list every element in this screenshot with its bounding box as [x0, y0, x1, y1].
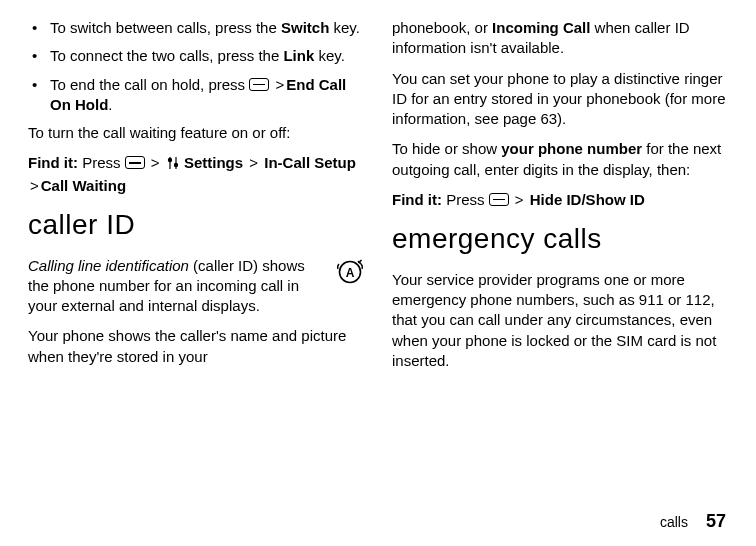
settings-label: Settings	[184, 154, 243, 171]
bullet-text: key.	[329, 19, 360, 36]
bullet-item: • To connect the two calls, press the Li…	[28, 46, 364, 66]
bullet-dot: •	[28, 18, 50, 38]
right-column: phonebook, or Incoming Call when caller …	[392, 18, 728, 498]
menu-key-icon	[125, 156, 145, 169]
bullet-text: To switch between calls, press the	[50, 19, 281, 36]
feature-a-icon: A	[336, 258, 364, 291]
bullet-item: • To end the call on hold, press >End Ca…	[28, 75, 364, 116]
gt-separator: >	[28, 177, 41, 194]
bullet-text: key.	[314, 47, 345, 64]
hide-show-id-label: Hide ID/Show ID	[530, 191, 645, 208]
continuation-para: phonebook, or Incoming Call when caller …	[392, 18, 728, 59]
menu-key-icon	[489, 193, 509, 206]
press-word: Press	[446, 191, 484, 208]
call-waiting-intro: To turn the call waiting feature on or o…	[28, 123, 364, 143]
caller-id-para1: A Calling line identification (caller ID…	[28, 256, 364, 317]
gt-separator: >	[273, 76, 286, 93]
caller-id-heading: caller ID	[28, 206, 364, 244]
svg-point-1	[174, 164, 177, 167]
press-word: Press	[82, 154, 120, 171]
caller-id-para2: Your phone shows the caller's name and p…	[28, 326, 364, 367]
find-it-label: Find it:	[392, 191, 442, 208]
incoming-call-label: Incoming Call	[492, 19, 590, 36]
find-it-label: Find it:	[28, 154, 78, 171]
emergency-calls-heading: emergency calls	[392, 220, 728, 258]
call-waiting-label: Call Waiting	[41, 177, 126, 194]
ringer-id-para: You can set your phone to play a distinc…	[392, 69, 728, 130]
caller-id-italic: Calling line identification	[28, 257, 189, 274]
gt-separator: >	[247, 154, 260, 171]
bullet-text: To end the call on hold, press	[50, 76, 249, 93]
bullet-text: To connect the two calls, press the	[50, 47, 283, 64]
gt-separator: >	[149, 154, 162, 171]
gt-separator: >	[513, 191, 526, 208]
bullet-dot: •	[28, 46, 50, 66]
bullet-key: Switch	[281, 19, 329, 36]
footer-section-label: calls	[660, 514, 688, 530]
settings-icon	[166, 155, 180, 175]
svg-line-5	[359, 260, 362, 263]
bullet-text: .	[108, 96, 112, 113]
text-span: To hide or show	[392, 140, 501, 157]
text-span: phonebook, or	[392, 19, 492, 36]
your-phone-number-bold: your phone number	[501, 140, 642, 157]
left-column: • To switch between calls, press the Swi…	[28, 18, 364, 498]
emergency-calls-para: Your service provider programs one or mo…	[392, 270, 728, 371]
bullet-key: Link	[283, 47, 314, 64]
menu-key-icon	[249, 78, 269, 91]
hide-show-intro: To hide or show your phone number for th…	[392, 139, 728, 180]
find-it-line: Find it: Press > Settings > In-Call Setu…	[28, 153, 364, 196]
svg-text:A: A	[346, 266, 355, 280]
footer-page-number: 57	[706, 511, 726, 531]
in-call-setup-label: In-Call Setup	[264, 154, 356, 171]
bullet-item: • To switch between calls, press the Swi…	[28, 18, 364, 38]
svg-point-0	[168, 159, 171, 162]
page-footer: calls57	[660, 511, 726, 532]
bullet-dot: •	[28, 75, 50, 116]
find-it-line: Find it: Press > Hide ID/Show ID	[392, 190, 728, 210]
